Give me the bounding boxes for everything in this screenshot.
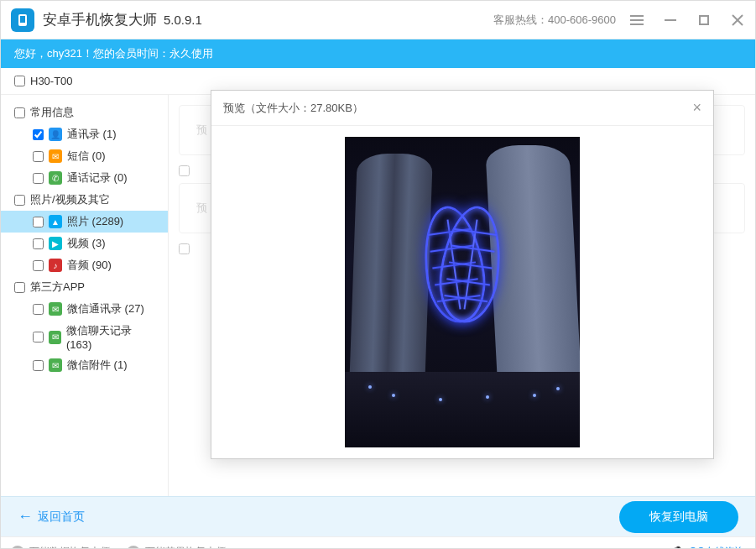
- app-title: 安卓手机恢复大师: [43, 10, 157, 29]
- photo-icon: ▲: [49, 215, 62, 228]
- modal-title: 预览（文件大小：27.80KB）: [223, 101, 363, 116]
- filter-checkbox-2[interactable]: [179, 243, 190, 254]
- group-common-checkbox[interactable]: [14, 107, 25, 118]
- wx-chat-checkbox[interactable]: [33, 332, 44, 342]
- qq-icon: 🐧: [671, 546, 686, 550]
- sidebar-item-calllog[interactable]: ✆通话记录 (0): [1, 167, 168, 189]
- device-name: H30-T00: [30, 75, 73, 87]
- device-checkbox[interactable]: [14, 76, 25, 86]
- video-icon: ▶: [49, 237, 62, 250]
- sidebar-item-audio[interactable]: ♪音频 (90): [1, 254, 168, 276]
- sms-checkbox[interactable]: [33, 151, 44, 162]
- wx-contacts-checkbox[interactable]: [33, 304, 44, 315]
- sidebar-item-wx-contacts[interactable]: ✉微信通讯录 (27): [1, 298, 168, 320]
- preview-modal: 预览（文件大小：27.80KB） ×: [211, 90, 714, 459]
- app-version: 5.0.9.1: [164, 13, 202, 27]
- footer: ↻万能数据恢复大师 万能苹果恢复大师 🐧QQ在线咨询: [1, 536, 755, 549]
- apple-icon: [127, 546, 140, 550]
- sidebar-item-wx-chat[interactable]: ✉微信聊天记录 (163): [1, 320, 168, 354]
- contacts-icon: 👤: [49, 128, 62, 141]
- close-icon[interactable]: [730, 13, 745, 28]
- sidebar-item-videos[interactable]: ▶视频 (3): [1, 233, 168, 254]
- modal-body: [211, 126, 713, 458]
- filter-checkbox[interactable]: [179, 165, 190, 176]
- videos-checkbox[interactable]: [33, 238, 44, 249]
- wechat-icon: ✉: [49, 331, 61, 344]
- recovery-icon: ↻: [11, 546, 24, 550]
- sidebar-group-common[interactable]: 常用信息: [1, 102, 168, 123]
- svg-rect-6: [700, 16, 708, 24]
- minimize-icon[interactable]: [663, 13, 678, 28]
- footer-link-apple-recovery[interactable]: 万能苹果恢复大师: [127, 545, 226, 549]
- sms-icon: ✉: [49, 149, 62, 163]
- maximize-icon[interactable]: [696, 13, 712, 28]
- audio-icon: ♪: [49, 259, 62, 272]
- group-media-checkbox[interactable]: [14, 195, 25, 206]
- wx-attach-checkbox[interactable]: [33, 360, 44, 371]
- bottombar: 返回首页 恢复到电脑: [1, 496, 755, 536]
- modal-close-icon[interactable]: ×: [692, 99, 701, 117]
- sidebar-group-media[interactable]: 照片/视频及其它: [1, 189, 168, 211]
- welcome-banner: 您好，chy321！您的会员时间：永久使用: [1, 39, 755, 68]
- titlebar: 安卓手机恢复大师 5.0.9.1 客服热线：400-606-9600: [1, 1, 755, 39]
- menu-icon[interactable]: [629, 13, 644, 28]
- hotline-label: 客服热线：400-606-9600: [493, 13, 616, 28]
- contacts-checkbox[interactable]: [33, 129, 44, 140]
- sidebar: 常用信息 👤通讯录 (1) ✉短信 (0) ✆通话记录 (0) 照片/视频及其它…: [1, 95, 169, 496]
- qq-support-link[interactable]: 🐧QQ在线咨询: [671, 545, 745, 549]
- group-third-checkbox[interactable]: [14, 282, 25, 293]
- svg-rect-1: [20, 16, 25, 23]
- preview-image: [345, 137, 580, 447]
- wechat-icon: ✉: [49, 358, 62, 372]
- recover-button[interactable]: 恢复到电脑: [619, 501, 738, 533]
- footer-link-data-recovery[interactable]: ↻万能数据恢复大师: [11, 545, 110, 549]
- sidebar-item-wx-attach[interactable]: ✉微信附件 (1): [1, 354, 168, 376]
- sidebar-item-contacts[interactable]: 👤通讯录 (1): [1, 123, 168, 145]
- back-home-link[interactable]: 返回首页: [18, 508, 85, 525]
- sidebar-item-sms[interactable]: ✉短信 (0): [1, 145, 168, 167]
- app-icon: [11, 8, 34, 32]
- sidebar-item-photos[interactable]: ▲照片 (2289): [1, 211, 168, 233]
- calllog-checkbox[interactable]: [33, 173, 44, 184]
- call-icon: ✆: [49, 171, 62, 185]
- modal-header: 预览（文件大小：27.80KB） ×: [211, 91, 713, 126]
- wechat-icon: ✉: [49, 302, 62, 316]
- sidebar-group-thirdparty[interactable]: 第三方APP: [1, 276, 168, 298]
- audio-checkbox[interactable]: [33, 260, 44, 271]
- photos-checkbox[interactable]: [33, 217, 44, 227]
